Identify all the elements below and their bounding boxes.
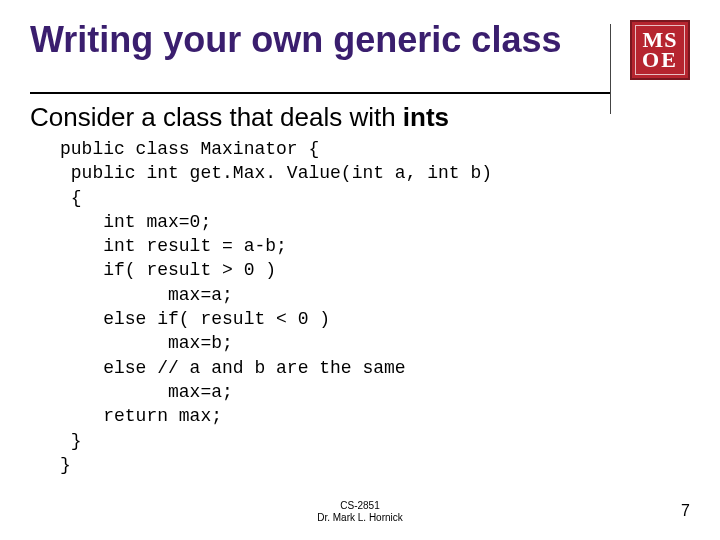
title-row: Writing your own generic class MS OE — [30, 20, 690, 80]
slide: Writing your own generic class MS OE Con… — [0, 0, 720, 540]
footer: CS-2851 Dr. Mark L. Hornick — [0, 500, 720, 524]
footer-author: Dr. Mark L. Hornick — [317, 512, 403, 524]
logo-bottom: OE — [642, 50, 678, 70]
code-block: public class Maxinator { public int get.… — [30, 137, 690, 477]
subtitle: Consider a class that deals with ints — [30, 102, 690, 133]
slide-title: Writing your own generic class — [30, 20, 622, 60]
msoe-logo-icon: MS OE — [630, 20, 690, 80]
title-underline — [30, 92, 611, 94]
vertical-divider — [610, 24, 611, 114]
subtitle-prefix: Consider a class that deals with — [30, 102, 403, 132]
subtitle-emphasis: ints — [403, 102, 449, 132]
page-number: 7 — [681, 502, 690, 520]
logo-text: MS OE — [632, 22, 688, 78]
footer-course: CS-2851 — [317, 500, 403, 512]
